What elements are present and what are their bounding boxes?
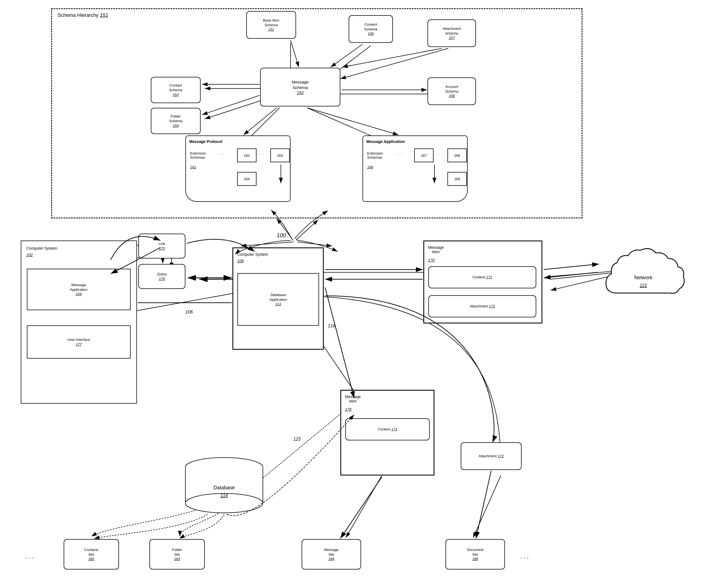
- link-box: Link 173: [138, 233, 185, 258]
- contact-schema-ref: 153: [173, 92, 179, 97]
- msg-app-104-label: MessageApplication: [70, 283, 88, 292]
- document-silo-box: DocumentSilo 186: [445, 539, 505, 570]
- ref-118-label: 118: [328, 324, 335, 328]
- ui-177-label: User-Interface: [67, 337, 90, 342]
- attachment-172-top-box: Attachment 172: [428, 295, 536, 317]
- cs-102-label: Computer System: [26, 246, 57, 250]
- base-item-schema-label: Base ItemSchema: [263, 18, 280, 28]
- schema-163-box: 163: [270, 148, 290, 162]
- msg-app-schema-box: Message Application ExtensionSchemas 166…: [362, 135, 468, 202]
- attachment-schema-ref: 157: [449, 36, 455, 40]
- db-app-111-ref: 111: [275, 302, 281, 306]
- svg-text:Database: Database: [213, 485, 235, 491]
- msg-app-dots2: · · ·: [436, 152, 441, 156]
- contacts-silo-label: ContactsSilo: [84, 548, 98, 557]
- contact-schema-box: ContactSchema 153: [151, 77, 201, 103]
- contacts-silo-ref: 182: [88, 557, 94, 561]
- schema-167-box: 167: [414, 148, 434, 162]
- msg-protocol-dots2: · · ·: [259, 152, 264, 156]
- msg-item-170-top-box: MessageItem 170 Content 171 Attachment 1…: [423, 241, 542, 324]
- cs-102-outer-box: Computer System 102 MessageApplication 1…: [21, 241, 137, 404]
- link-label: Link: [159, 242, 165, 246]
- msg-app-dots1: · · ·: [396, 152, 401, 156]
- msg-item-170-top-ref: 170: [428, 258, 435, 263]
- message-silo-ref: 184: [329, 557, 335, 561]
- account-schema-label: AccountSchema: [445, 85, 459, 94]
- svg-line-28: [473, 475, 501, 538]
- folder-silo-box: FolderSilo 183: [150, 539, 205, 570]
- attachment-schema-label: AttachmentSchema: [443, 27, 461, 36]
- msg-app-schema-title: Message Application: [366, 139, 405, 144]
- contact-schema-label: ContactSchema: [169, 83, 182, 92]
- msg-protocol-title: Message Protocol: [189, 139, 223, 144]
- db-app-111-label: DatabaseApplication: [269, 293, 287, 302]
- cs-109-label: Computer System: [237, 252, 268, 256]
- ref-123-label: 123: [293, 437, 301, 442]
- svg-line-18: [241, 242, 293, 246]
- msg-app-ext-ref: 166: [367, 165, 373, 169]
- msg-protocol-dots1: · · ·: [219, 152, 224, 156]
- schema-168-box: 168: [447, 148, 467, 162]
- database-114-svg: Database 114: [177, 456, 271, 517]
- ui-177-ref: 177: [76, 342, 82, 347]
- content-171-top-label: Content 171: [473, 275, 492, 280]
- attachment-172-bot-label: Attachment 172: [478, 454, 503, 459]
- base-item-schema-box: Base ItemSchema 151: [246, 11, 296, 39]
- ui-177-box: User-Interface 177: [27, 325, 131, 359]
- message-schema-box: MessageSchema 152: [260, 68, 340, 106]
- folder-schema-ref: 154: [173, 123, 179, 128]
- message-schema-ref: 152: [296, 90, 304, 95]
- silo-dots-left: · · ·: [25, 554, 33, 561]
- cs-102-ref: 102: [26, 253, 33, 257]
- contacts-silo-box: ContactsSilo 182: [63, 539, 119, 570]
- msg-app-dots3: · · ·: [469, 152, 470, 165]
- svg-text:114: 114: [220, 493, 228, 498]
- message-schema-label: MessageSchema: [292, 79, 309, 90]
- svg-line-20: [296, 220, 318, 240]
- msg-protocol-box: Message Protocol ExtensionSchemas 161 · …: [185, 135, 290, 202]
- msg-item-170-bot-box: MessageItem 170 Content 171: [340, 390, 435, 475]
- msg-item-170-bot-label: MessageItem: [345, 394, 361, 403]
- document-silo-ref: 186: [472, 557, 478, 561]
- content-schema-label: ContentSchema: [364, 22, 378, 32]
- msg-item-170-top-label: MessageItem: [428, 245, 444, 254]
- content-171-bot-label: Content 171: [378, 427, 397, 432]
- silo-dots-right: · · ·: [520, 554, 529, 561]
- svg-text:121: 121: [640, 283, 647, 288]
- svg-text:Network: Network: [634, 275, 653, 280]
- msg-app-ext-label: ExtensionSchemas: [367, 151, 383, 160]
- message-silo-box: MessageSilo 184: [302, 539, 361, 570]
- msg-app-104-ref: 104: [76, 292, 82, 296]
- cs-109-outer-box: Computer System 109 DatabaseApplication …: [232, 247, 324, 350]
- schema-hierarchy-title: Schema Hierarchy 151: [57, 12, 108, 18]
- folder-schema-box: FolderSchema 154: [151, 108, 201, 134]
- folder-schema-label: FolderSchema: [169, 114, 182, 123]
- svg-line-27: [346, 475, 382, 538]
- account-schema-box: AccountSchema 158: [427, 77, 476, 105]
- svg-line-21: [297, 242, 332, 246]
- ref-100-label: 100: [277, 232, 286, 239]
- network-cloud: Network 121: [595, 243, 692, 312]
- msg-item-170-bot-ref: 170: [345, 407, 352, 412]
- msg-app-104-box: MessageApplication 104: [27, 269, 131, 310]
- attachment-172-top-label: Attachment 172: [470, 304, 495, 309]
- cs-109-ref: 109: [237, 259, 243, 263]
- content-schema-box: ContentSchema 156: [349, 15, 393, 43]
- schema-169-box: 169: [447, 172, 467, 186]
- query-ref: 176: [159, 277, 165, 281]
- schema-164-box: 164: [237, 172, 257, 186]
- folder-silo-label: FolderSilo: [172, 548, 182, 557]
- folder-silo-ref: 183: [174, 557, 180, 561]
- schema-hierarchy-box: Schema Hierarchy 151: [51, 8, 582, 218]
- db-app-111-box: DatabaseApplication 111: [237, 273, 319, 326]
- attachment-172-bot-box: Attachment 172: [461, 442, 522, 470]
- attachment-schema-box: AttachmentSchema 157: [427, 19, 476, 47]
- account-schema-ref: 158: [449, 94, 455, 98]
- diagram-container: Schema Hierarchy 151 Base ItemSchema 151…: [0, 0, 728, 580]
- ref-106-label: 106: [185, 310, 193, 314]
- query-box: Query 176: [138, 264, 185, 289]
- content-171-top-box: Content 171: [428, 266, 536, 288]
- schema-162-box: 162: [237, 148, 257, 162]
- content-schema-ref: 156: [368, 31, 374, 36]
- base-item-schema-ref: 151: [268, 27, 274, 31]
